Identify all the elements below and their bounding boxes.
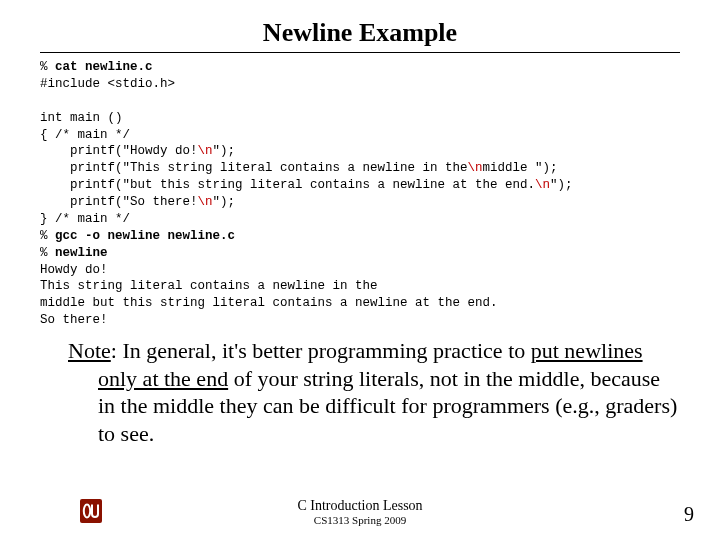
command: newline bbox=[55, 246, 108, 260]
command: cat newline.c bbox=[55, 60, 153, 74]
code-line: "); bbox=[213, 195, 236, 209]
code-line: int main () bbox=[40, 111, 123, 125]
code-line: #include <stdio.h> bbox=[40, 77, 175, 91]
note-paragraph: Note: In general, it's better programmin… bbox=[40, 337, 680, 447]
code-line: printf("Howdy do! bbox=[40, 144, 198, 158]
footer-line1: C Introduction Lesson bbox=[0, 498, 720, 514]
note-lead: Note bbox=[68, 338, 111, 363]
escape-seq: \n bbox=[468, 161, 483, 175]
escape-seq: \n bbox=[535, 178, 550, 192]
title-rule bbox=[40, 52, 680, 53]
slide: Newline Example % cat newline.c #include… bbox=[0, 0, 720, 540]
slide-title: Newline Example bbox=[40, 18, 680, 48]
footer-line2: CS1313 Spring 2009 bbox=[0, 514, 720, 526]
command: gcc -o newline newline.c bbox=[55, 229, 235, 243]
output-line: Howdy do! bbox=[40, 263, 108, 277]
output-line: So there! bbox=[40, 313, 108, 327]
code-line: printf("but this string literal contains… bbox=[40, 178, 535, 192]
prompt: % bbox=[40, 60, 55, 74]
output-line: middle but this string literal contains … bbox=[40, 296, 498, 310]
code-line: "); bbox=[213, 144, 236, 158]
code-line: } /* main */ bbox=[40, 212, 130, 226]
code-line: "); bbox=[550, 178, 573, 192]
note-text: : In general, it's better programming pr… bbox=[111, 338, 531, 363]
footer: C Introduction Lesson CS1313 Spring 2009 bbox=[0, 498, 720, 526]
code-line: printf("So there! bbox=[40, 195, 198, 209]
escape-seq: \n bbox=[198, 144, 213, 158]
prompt: % bbox=[40, 229, 55, 243]
code-line: { /* main */ bbox=[40, 128, 130, 142]
code-line: printf("This string literal contains a n… bbox=[40, 161, 468, 175]
prompt: % bbox=[40, 246, 55, 260]
code-block: % cat newline.c #include <stdio.h> int m… bbox=[40, 59, 680, 329]
page-number: 9 bbox=[684, 503, 694, 526]
output-line: This string literal contains a newline i… bbox=[40, 279, 378, 293]
escape-seq: \n bbox=[198, 195, 213, 209]
code-line: middle "); bbox=[483, 161, 558, 175]
